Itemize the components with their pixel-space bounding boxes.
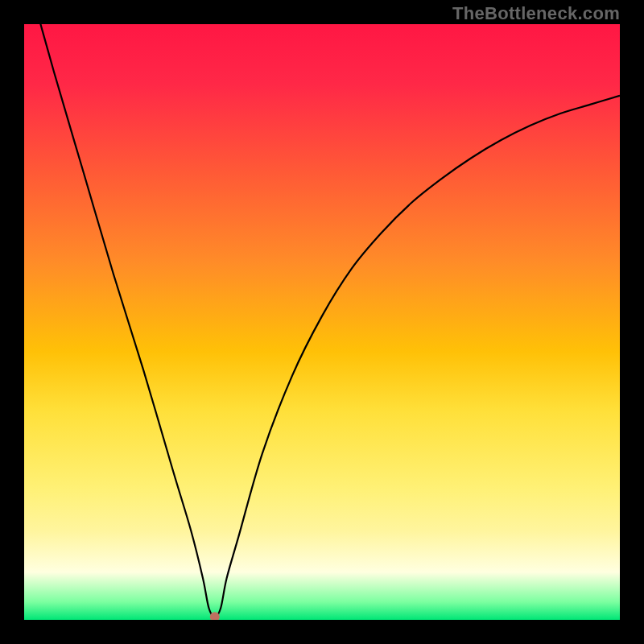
curve-layer xyxy=(24,24,620,620)
chart-container: TheBottleneck.com xyxy=(0,0,644,644)
bottleneck-curve xyxy=(24,24,620,617)
watermark-text: TheBottleneck.com xyxy=(452,3,620,24)
plot-area xyxy=(24,24,620,620)
